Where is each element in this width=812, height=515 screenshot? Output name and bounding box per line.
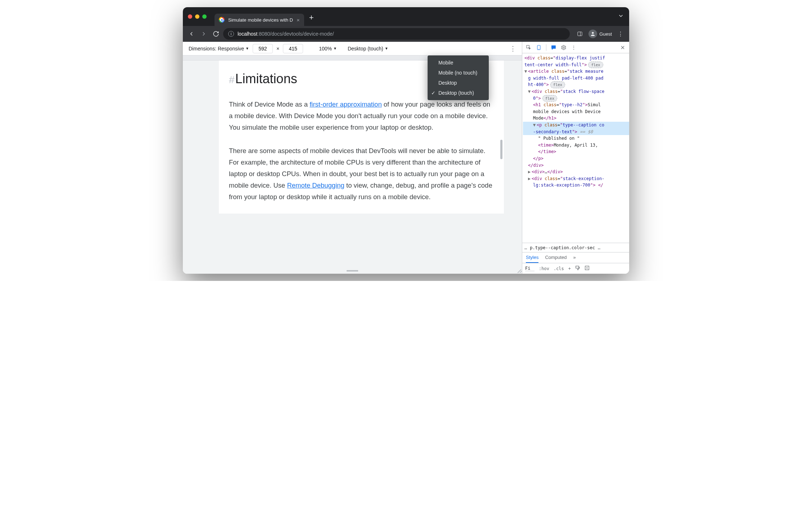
toggle-device-button[interactable] [534,43,543,52]
cls-button[interactable]: .cls [554,266,564,271]
styles-filter-input[interactable] [525,266,534,271]
viewport-drag-handle[interactable] [347,270,358,272]
url-bar[interactable]: i localhost:8080/docs/devtools/device-mo… [223,28,570,40]
settings-button[interactable] [559,43,568,52]
window-titlebar: Simulate mobile devices with D × + [183,7,629,26]
device-type-menu: Mobile Mobile (no touch) Desktop Desktop… [428,55,489,100]
menu-item-mobile[interactable]: Mobile [428,58,489,68]
computed-sidebar-button[interactable] [585,265,590,272]
window-maximize-button[interactable] [202,14,207,19]
device-toolbar: Dimensions: Responsive▼ × 100%▼ Desktop … [183,42,522,55]
tab-close-button[interactable]: × [297,17,300,23]
address-bar: i localhost:8080/docs/devtools/device-mo… [183,26,629,42]
link-remote-debugging[interactable]: Remote Debugging [287,182,344,189]
guest-avatar-icon [588,30,597,38]
tab-computed[interactable]: Computed [545,252,567,263]
devtools-tabbar: ⋮ [522,42,629,53]
dimensions-dropdown[interactable]: Dimensions: Responsive▼ [189,46,249,52]
menu-item-desktop[interactable]: Desktop [428,78,489,88]
profile-button[interactable]: Guest [588,30,612,38]
forward-button[interactable] [199,29,209,39]
device-type-dropdown[interactable]: Desktop (touch)▼ [348,46,388,52]
new-tab-button[interactable]: + [309,13,314,22]
link-first-order-approx[interactable]: first-order approximation [310,100,382,108]
styles-tabs: Styles Computed » [522,252,629,263]
tab-search-button[interactable] [618,13,624,21]
window-controls [188,14,207,19]
window-close-button[interactable] [188,14,192,19]
device-viewport: Dimensions: Responsive▼ × 100%▼ Desktop … [183,42,522,274]
main-content: Dimensions: Responsive▼ × 100%▼ Desktop … [183,42,629,274]
hov-button[interactable]: :hov [539,266,549,271]
device-toolbar-more-button[interactable]: ⋮ [510,45,516,53]
svg-point-2 [592,32,594,34]
browser-menu-button[interactable]: ⋮ [615,29,626,39]
browser-tab[interactable]: Simulate mobile devices with D × [215,14,304,26]
devtools-more-button[interactable]: ⋮ [569,43,578,52]
svg-rect-0 [578,32,582,36]
chrome-favicon-icon [219,17,225,23]
svg-rect-9 [576,266,579,268]
inspect-element-button[interactable] [524,43,533,52]
url-text: localhost:8080/docs/devtools/device-mode… [238,31,334,37]
page-paragraph-1: Think of Device Mode as a first-order ap… [229,99,494,133]
side-panel-button[interactable] [575,29,585,39]
tab-title: Simulate mobile devices with D [228,17,293,23]
breadcrumb[interactable]: … p.type--caption.color-sec … [522,243,629,252]
viewport-resize-corner[interactable] [515,267,521,273]
new-style-rule-button[interactable]: + [568,266,571,271]
zoom-dropdown[interactable]: 100%▼ [319,46,337,52]
page-paragraph-2: There are some aspects of mobile devices… [229,145,494,202]
menu-item-desktop-touch[interactable]: Desktop (touch) [428,88,489,98]
devtools-close-button[interactable] [618,43,627,52]
tab-styles[interactable]: Styles [526,252,538,263]
anchor-hash[interactable]: # [229,74,235,85]
devtools-panel: ⋮ <div class="display-flex justif tent-c… [522,42,629,274]
width-input[interactable] [253,44,273,53]
scrollbar-thumb[interactable] [500,140,502,159]
height-input[interactable] [283,44,303,53]
elements-tree[interactable]: <div class="display-flex justif tent-cen… [522,53,629,243]
whats-new-button[interactable] [549,43,558,52]
tab-more[interactable]: » [573,252,576,263]
reload-button[interactable] [211,29,221,39]
back-button[interactable] [186,29,197,39]
svg-rect-10 [585,266,589,270]
dimension-separator: × [276,46,279,52]
svg-point-6 [563,47,564,48]
styles-toolbar: :hov .cls + [522,263,629,274]
window-minimize-button[interactable] [195,14,199,19]
site-info-icon[interactable]: i [228,31,234,37]
menu-item-mobile-no-touch[interactable]: Mobile (no touch) [428,68,489,78]
browser-window: Simulate mobile devices with D × + i loc… [183,7,629,274]
styles-paint-icon[interactable] [575,265,580,272]
